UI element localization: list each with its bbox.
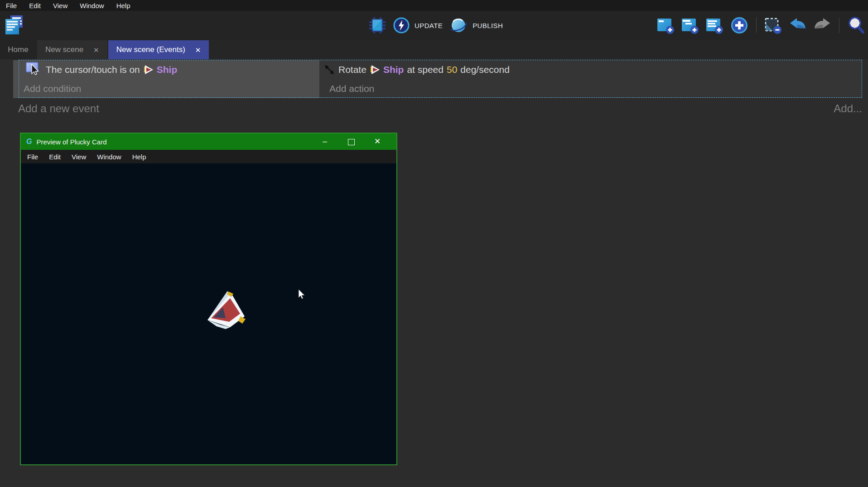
tab-close-icon[interactable]: ✕ xyxy=(195,47,201,53)
update-icon[interactable] xyxy=(393,17,410,34)
tab-label: Home xyxy=(8,45,28,54)
action-speed-value: 50 xyxy=(447,64,457,75)
action-verb: Rotate xyxy=(338,64,366,75)
gdevelop-window: File Edit View Window Help xyxy=(0,0,868,487)
event-conditions-cell[interactable]: The cursor/touch is on Ship Add conditio… xyxy=(13,60,319,98)
condition-object-name: Ship xyxy=(157,64,178,75)
menu-file[interactable]: File xyxy=(4,2,19,10)
add-comment-icon[interactable] xyxy=(706,16,724,34)
tab-home[interactable]: Home xyxy=(0,40,36,59)
condition-line[interactable]: The cursor/touch is on Ship xyxy=(13,60,319,79)
add-sub-event-icon[interactable] xyxy=(681,16,699,34)
menu-window[interactable]: Window xyxy=(77,2,106,10)
preview-window: G Preview of Plucky Card – ✕ File Edit V… xyxy=(20,133,397,465)
cursor-on-object-icon xyxy=(26,62,42,77)
publish-label[interactable]: PUBLISH xyxy=(473,22,503,29)
minimize-button[interactable]: – xyxy=(320,134,329,150)
add-condition-button[interactable]: Add condition xyxy=(13,79,319,98)
menu-edit[interactable]: Edit xyxy=(27,2,43,10)
action-line[interactable]: Rotate Ship at speed 50 xyxy=(319,60,862,79)
tab-close-icon[interactable]: ✕ xyxy=(93,47,99,53)
preview-menu-bar: File Edit View Window Help xyxy=(21,150,396,163)
add-action-button[interactable]: Add action xyxy=(319,79,862,98)
game-canvas[interactable] xyxy=(21,163,396,463)
toolbar-separator xyxy=(756,18,757,33)
debug-icon[interactable] xyxy=(368,16,386,35)
update-label[interactable]: UPDATE xyxy=(415,22,443,29)
event-row[interactable]: The cursor/touch is on Ship Add conditio… xyxy=(13,60,862,98)
maximize-button[interactable] xyxy=(347,134,356,150)
project-manager-icon[interactable] xyxy=(5,15,24,36)
tab-new-scene[interactable]: New scene ✕ xyxy=(37,40,107,59)
gdevelop-logo-icon: G xyxy=(26,138,32,146)
preview-menu-edit[interactable]: Edit xyxy=(49,153,61,161)
tab-label: New scene xyxy=(45,45,83,54)
ship-object-icon xyxy=(370,64,381,75)
add-condition-label: Add condition xyxy=(24,83,81,94)
tab-label: New scene (Events) xyxy=(116,45,185,54)
rotate-icon xyxy=(324,64,335,75)
event-actions-cell[interactable]: Rotate Ship at speed 50 xyxy=(319,60,862,98)
action-connector: at speed xyxy=(407,64,444,75)
action-unit: deg/second xyxy=(460,64,510,75)
add-event-icon[interactable] xyxy=(657,16,675,34)
app-menu-bar: File Edit View Window Help xyxy=(0,0,868,11)
toolbar-center-group: UPDATE PUBLISH xyxy=(368,11,503,40)
maximize-icon xyxy=(348,139,355,145)
add-action-label: Add action xyxy=(329,83,374,94)
condition-text: The cursor/touch is on xyxy=(46,64,140,75)
menu-view[interactable]: View xyxy=(51,2,70,10)
delete-selection-icon[interactable] xyxy=(764,16,782,34)
preview-menu-file[interactable]: File xyxy=(27,153,38,161)
toolbar-right-group xyxy=(657,11,865,40)
preview-menu-view[interactable]: View xyxy=(72,153,86,161)
mouse-cursor-icon xyxy=(298,289,306,300)
preview-title-bar[interactable]: G Preview of Plucky Card – ✕ xyxy=(21,134,396,150)
ship-sprite xyxy=(207,290,246,329)
choose-add-event-icon[interactable] xyxy=(730,16,748,34)
toolbar-separator xyxy=(839,18,839,33)
tab-new-scene-events[interactable]: New scene (Events) ✕ xyxy=(108,40,209,59)
close-button[interactable]: ✕ xyxy=(373,134,382,150)
add-more-button[interactable]: Add... xyxy=(834,102,862,115)
menu-help[interactable]: Help xyxy=(114,2,133,10)
preview-window-controls: – ✕ xyxy=(320,134,391,150)
main-toolbar: UPDATE PUBLISH xyxy=(0,11,868,40)
add-new-event-button[interactable]: Add a new event xyxy=(18,102,99,115)
preview-menu-help[interactable]: Help xyxy=(132,153,146,161)
search-icon[interactable] xyxy=(847,16,865,35)
redo-icon[interactable] xyxy=(813,17,831,33)
ship-object-icon xyxy=(143,64,154,75)
publish-icon[interactable] xyxy=(449,16,468,35)
preview-title: Preview of Plucky Card xyxy=(36,138,320,146)
preview-menu-window[interactable]: Window xyxy=(97,153,121,161)
undo-icon[interactable] xyxy=(789,17,807,33)
tab-bar: Home New scene ✕ New scene (Events) ✕ xyxy=(0,40,868,59)
action-object-name: Ship xyxy=(383,64,404,75)
